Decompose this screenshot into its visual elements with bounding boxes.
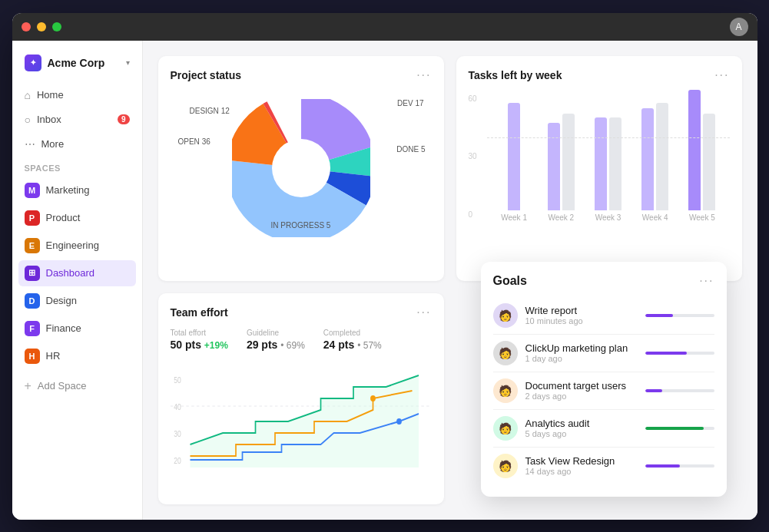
sidebar-item-design[interactable]: D Design (18, 288, 136, 314)
y-label-30: 30 (469, 152, 477, 160)
inbox-badge: 9 (118, 114, 130, 124)
bar-label: Week 5 (689, 213, 715, 222)
goal-item-3: 🧑 Analytics audit 5 days ago (493, 410, 714, 448)
goal-info-2: Document target users 2 days ago (525, 380, 638, 401)
sidebar-item-marketing[interactable]: M Marketing (18, 177, 136, 203)
add-space-button[interactable]: + Add Space (18, 374, 136, 398)
effort-stat-total: Total effort 50 pts +19% (171, 329, 228, 351)
brand-name: Acme Corp (48, 57, 105, 69)
chevron-down-icon: ▾ (126, 58, 130, 67)
goal-name: Task View Redesign (525, 455, 638, 467)
space-icon-design: D (25, 293, 40, 309)
bars (641, 103, 668, 210)
goal-time: 1 day ago (525, 354, 638, 363)
project-status-more-button[interactable]: ··· (416, 68, 431, 82)
stat-value: 50 pts +19% (171, 339, 228, 351)
space-icon-marketing: M (25, 183, 40, 198)
sidebar-item-product[interactable]: P Product (18, 205, 136, 231)
sidebar-item-inbox[interactable]: ○ Inbox 9 (18, 108, 136, 131)
tasks-by-week-title: Tasks left by week (469, 69, 562, 81)
inbox-icon: ○ (25, 114, 31, 126)
stat-label: Guideline (247, 329, 305, 337)
goal-info-3: Analytics audit 5 days ago (525, 418, 638, 438)
space-label: Product (46, 212, 81, 223)
bar-group-week5: Week 5 (681, 90, 723, 222)
goal-progress-fill (645, 464, 680, 468)
space-label: Dashboard (46, 267, 95, 279)
sidebar: ✦ Acme Corp ▾ ⌂ Home ○ Inbox 9 ⋯ More Sp… (12, 41, 143, 520)
goal-item-1: 🧑 ClickUp marketing plan 1 day ago (493, 335, 714, 372)
project-status-title: Project status (171, 69, 242, 81)
close-button[interactable] (22, 22, 31, 31)
space-icon-engineering: E (25, 238, 40, 253)
goals-card: Goals ··· 🧑 Write report 10 minutes ago … (481, 262, 727, 497)
sidebar-item-home[interactable]: ⌂ Home (18, 84, 136, 107)
y-label-0: 0 (469, 210, 477, 219)
title-bar: A (12, 13, 757, 41)
tasks-by-week-card: Tasks left by week ··· 60 30 0 (456, 56, 742, 282)
team-effort-title: Team effort (171, 306, 228, 319)
sidebar-item-hr[interactable]: H HR (18, 343, 136, 369)
goal-info-4: Task View Redesign 14 days ago (525, 455, 638, 476)
goal-name: Document target users (525, 380, 638, 392)
space-icon-hr: H (25, 349, 40, 364)
sidebar-item-engineering[interactable]: E Engineering (18, 233, 136, 259)
goal-name: Analytics audit (525, 418, 638, 429)
bar-group-week3: Week 3 (587, 117, 629, 222)
bars (508, 103, 520, 210)
card-header: Project status ··· (171, 68, 432, 82)
pie-label-open: OPEN 36 (178, 137, 210, 146)
bar-purple (688, 90, 701, 210)
effort-stat-guideline: Guideline 29 pts • 69% (247, 329, 305, 351)
bar-group-week2: Week 2 (540, 114, 582, 222)
goal-progress-fill (645, 314, 673, 317)
space-label: Engineering (46, 240, 99, 251)
goal-name: ClickUp marketing plan (525, 342, 638, 354)
bar-gray (656, 103, 668, 210)
stat-extra: • 69% (280, 340, 305, 351)
maximize-button[interactable] (52, 22, 61, 31)
avatar[interactable]: A (730, 18, 748, 36)
goal-avatar-1: 🧑 (493, 341, 518, 365)
y-axis: 60 30 0 (469, 91, 477, 222)
pie-segments (251, 118, 351, 218)
pie-label-done: DONE 5 (396, 145, 425, 154)
card-header: Tasks left by week ··· (469, 68, 730, 82)
stat-value: 24 pts • 57% (323, 339, 382, 351)
home-icon: ⌂ (25, 89, 31, 101)
goal-name: Write report (525, 305, 638, 316)
goal-time: 14 days ago (525, 467, 638, 476)
bar-gray (609, 117, 621, 210)
space-icon-dashboard: ⊞ (25, 266, 40, 281)
goals-more-button[interactable]: ··· (699, 274, 714, 288)
goal-item-0: 🧑 Write report 10 minutes ago (493, 297, 714, 335)
goals-card-header: Goals ··· (493, 274, 714, 288)
sidebar-item-dashboard[interactable]: ⊞ Dashboard (18, 260, 136, 286)
sidebar-item-more[interactable]: ⋯ More (18, 133, 136, 156)
space-label: Design (46, 295, 77, 306)
card-header: Team effort ··· (171, 306, 432, 319)
dashed-guideline (487, 137, 730, 138)
brand-button[interactable]: ✦ Acme Corp ▾ (18, 50, 136, 76)
bar-label: Week 2 (548, 213, 574, 222)
stat-label: Total effort (171, 329, 228, 337)
bars-container: Week 1 Week 2 (475, 91, 724, 222)
svg-text:30: 30 (174, 430, 181, 438)
bar-label: Week 3 (595, 213, 621, 222)
bars (548, 114, 575, 210)
add-space-label: Add Space (38, 380, 87, 392)
goal-item-4: 🧑 Task View Redesign 14 days ago (493, 448, 714, 484)
bar-label: Week 4 (642, 213, 668, 222)
stat-extra: • 57% (357, 340, 382, 351)
effort-stat-completed: Completed 24 pts • 57% (323, 329, 382, 351)
bar-purple (548, 123, 560, 210)
goal-time: 10 minutes ago (525, 316, 638, 325)
goal-info-1: ClickUp marketing plan 1 day ago (525, 342, 638, 363)
minimize-button[interactable] (37, 22, 46, 31)
sidebar-item-finance[interactable]: F Finance (18, 316, 136, 342)
goal-progress-fill (645, 389, 663, 392)
stat-label: Completed (323, 329, 382, 337)
app-window: A ✦ Acme Corp ▾ ⌂ Home ○ Inbox 9 ⋯ More (12, 13, 757, 520)
tasks-more-button[interactable]: ··· (714, 68, 729, 82)
team-effort-more-button[interactable]: ··· (416, 306, 431, 319)
